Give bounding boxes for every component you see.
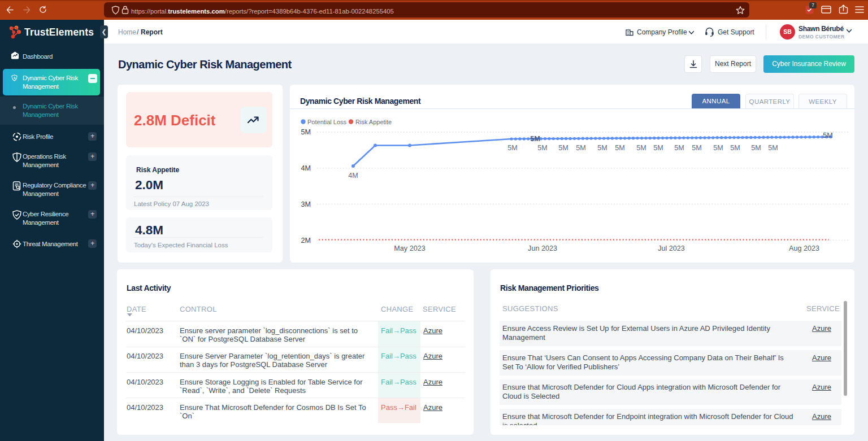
svg-text:5M: 5M — [636, 144, 646, 152]
svg-text:5M: 5M — [713, 144, 723, 152]
svg-text:5M: 5M — [615, 144, 625, 152]
svg-text:Jun 2023: Jun 2023 — [528, 244, 557, 252]
svg-text:5M: 5M — [558, 144, 568, 152]
svg-text:5M: 5M — [823, 132, 833, 139]
svg-text:4M: 4M — [301, 164, 311, 172]
svg-text:2M: 2M — [301, 237, 311, 244]
svg-text:3M: 3M — [301, 200, 311, 208]
svg-text:Aug 2023: Aug 2023 — [789, 244, 819, 252]
svg-text:5M: 5M — [768, 144, 778, 152]
svg-text:5M: 5M — [537, 144, 548, 152]
svg-text:5M: 5M — [674, 144, 684, 152]
svg-text:5M: 5M — [653, 144, 663, 152]
svg-text:5M: 5M — [507, 144, 518, 152]
svg-text:5M: 5M — [576, 144, 586, 152]
svg-text:5M: 5M — [692, 144, 702, 152]
svg-text:$: $ — [14, 76, 16, 80]
svg-text:4M: 4M — [348, 172, 358, 180]
svg-text:Potential Loss: Potential Loss — [307, 119, 347, 125]
svg-text:5M: 5M — [751, 144, 761, 152]
svg-text:5M: 5M — [730, 144, 740, 152]
svg-text:5M: 5M — [301, 128, 311, 136]
svg-text:May 2023: May 2023 — [394, 244, 425, 252]
svg-text:Risk Appetite: Risk Appetite — [355, 119, 392, 125]
svg-text:5M: 5M — [597, 144, 607, 152]
svg-text:5M: 5M — [530, 135, 540, 143]
svg-text:Jul 2023: Jul 2023 — [658, 244, 685, 252]
